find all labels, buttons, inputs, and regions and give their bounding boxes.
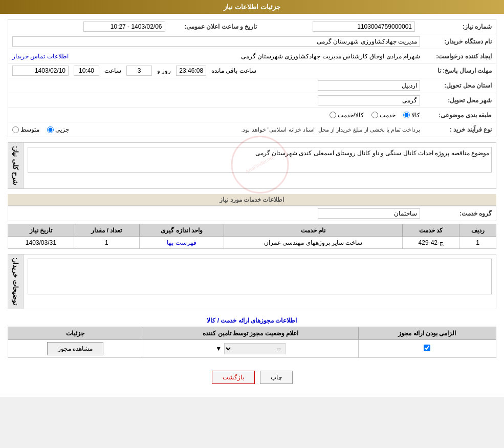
row-code: ج-42-429 [403,237,459,248]
buyer-notes-label: توضیحات خریدار: [12,258,19,306]
need-description-section-label: شرح کلی نیاز: [12,146,19,185]
purchase-type-note: پرداخت تمام یا بخشی از مبلغ خریدار از مح… [72,126,420,133]
col-row: ردیف [459,224,496,237]
and-label: روز و [157,67,171,74]
col-name: نام خدمت [224,224,402,237]
col-code: کد خدمت [403,224,459,237]
requester-name-value: شهرام مرادی اوجاق کارشناس مدیریت جهادکشا… [74,53,420,60]
perm-status-select[interactable]: -- [224,343,286,354]
service-group-input[interactable] [318,208,420,219]
buyer-notes-textarea[interactable] [28,259,492,294]
col-unit: واحد اندازه گیری [140,224,224,237]
perm-col-status: اعلام وضعیت مجوز توسط تامین کننده [143,327,358,339]
type-motevaset-option[interactable]: متوسط [12,126,39,133]
services-header: اطلاعات خدمات مورد نیاز [8,194,496,206]
perm-table-row: -- ▼ مشاهده مجوز [8,339,496,357]
contact-info-link[interactable]: اطلاعات تماس خریدار [12,53,69,60]
row-number: 1 [459,237,496,248]
col-date: تاریخ نیاز [8,224,74,237]
perm-details-cell: مشاهده مجوز [8,339,143,357]
need-number-label: شماره نیاز: [420,23,492,30]
service-group-label: گروه خدمت: [420,210,492,217]
deadline-date-input[interactable] [12,66,69,76]
action-buttons: چاپ بازگشت [8,363,496,392]
col-qty: تعداد / مقدار [74,224,140,237]
need-number-input[interactable] [313,22,415,32]
services-table: ردیف کد خدمت نام خدمت واحد اندازه گیری ت… [8,224,496,249]
perm-status-arrow: ▼ [215,345,222,352]
perm-status-cell: -- ▼ [143,339,358,357]
days-display: 3 [126,66,152,76]
kala-label: کالا [411,112,420,119]
requester-label: ایجاد کننده درخواست: [420,53,492,60]
announce-datetime-input[interactable] [83,22,165,32]
category-kala-khedmat-option[interactable]: کالا/خدمت [330,112,364,119]
need-description-textarea[interactable]: موضوع مناقصه پروژه احداث کانال سنگی و نا… [28,147,492,173]
khedmat-label: خدمت [380,112,396,119]
city-label: شهر محل تحویل: [420,97,492,104]
category-kala-khedmat-radio[interactable] [330,112,336,118]
deadline-label: مهلت ارسال پاسخ: تا [420,67,492,74]
category-kala-radio[interactable] [403,112,410,118]
row-date: 1403/03/31 [8,237,74,248]
time-label: ساعت [104,67,121,74]
type-jazii-option[interactable]: جزیی [47,126,69,133]
city-input[interactable] [318,95,420,105]
row-unit-link[interactable]: فهرست بها [140,237,224,248]
print-button[interactable]: چاپ [260,371,293,384]
buyer-org-label: نام دستگاه خریدار: [420,38,492,45]
time-display: 10:40 [74,66,99,76]
permissions-table: الزامی بودن ارائه مجوز اعلام وضعیت مجوز … [8,327,496,358]
back-button[interactable]: بازگشت [212,371,255,384]
permissions-header: اطلاعات مجوزهای ارائه خدمت / کالا [8,314,496,327]
type-motevaset-radio[interactable] [12,126,19,133]
perm-mandatory-cell [358,339,496,357]
motevaset-label: متوسط [20,126,39,133]
perm-mandatory-checkbox[interactable] [424,345,430,351]
page-header: جزئیات اطلاعات نیاز [0,0,504,14]
purchase-type-label: نوع فرآیند خرید : [420,126,492,133]
row-name: ساخت سایر پروژههای مهندسی عمران [224,237,402,248]
category-kala-option[interactable]: کالا [403,112,420,119]
province-input[interactable] [318,80,420,91]
row-qty: 1 [74,237,140,248]
table-row: 1 ج-42-429 ساخت سایر پروژههای مهندسی عمر… [8,237,496,248]
kala-khedmat-label: کالا/خدمت [338,112,364,119]
buyer-org-input[interactable] [12,36,420,47]
category-khedmat-radio[interactable] [371,112,378,118]
category-label: طبقه بندی موضوعی: [420,112,492,119]
province-label: استان محل تحویل: [420,82,492,89]
view-permit-button[interactable]: مشاهده مجوز [47,342,103,355]
type-jazii-radio[interactable] [47,126,54,133]
jazii-label: جزیی [55,126,69,133]
remaining-time-display: 23:46:08 [176,66,206,76]
remaining-label: ساعت باقی مانده [211,67,256,74]
perm-col-details: جزئیات [8,327,143,339]
category-khedmat-option[interactable]: خدمت [371,112,396,119]
perm-col-mandatory: الزامی بودن ارائه مجوز [358,327,496,339]
datetime-label: تاریخ و ساعت اعلان عمومی: [170,23,257,30]
